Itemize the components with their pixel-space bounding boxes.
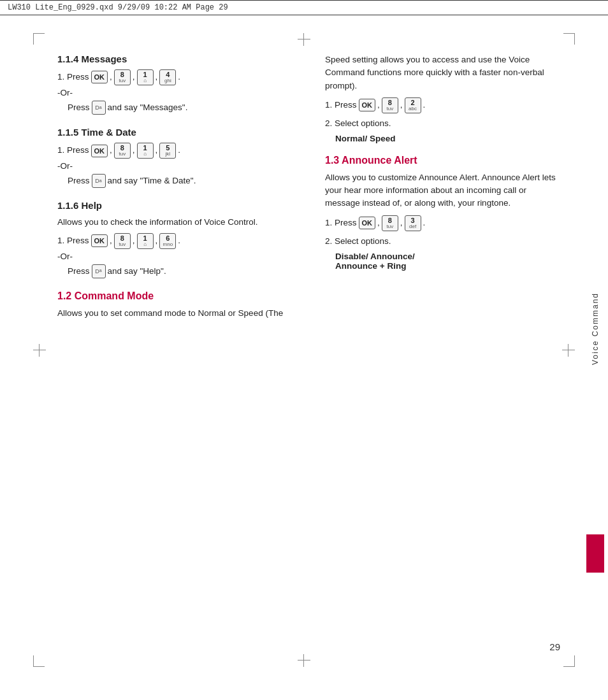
section-115: 1.1.5 Time & Date 1. Press OK , 8tuv , 1… — [57, 127, 287, 189]
section-115-step1: 1. Press OK , 8tuv , 1⌂ , 5jkl . — [57, 143, 287, 159]
corner-mark-tr — [563, 33, 575, 45]
key-ok-114: OK — [91, 71, 108, 83]
section-12-step2: 2. Select options. — [325, 117, 563, 130]
section-116-intro: Allows you to check the information of V… — [57, 216, 287, 229]
key-1-116: 1⌂ — [137, 233, 154, 249]
page-wrapper: LW310 Lite_Eng_0929.qxd 9/29/09 10:22 AM… — [0, 0, 608, 700]
section-12-step1: 1. Press OK , 8tuv , 2abc . — [325, 97, 563, 113]
key-dn-116: Da — [92, 264, 106, 278]
key-2abc-12: 2abc — [405, 97, 421, 113]
section-13-step1: 1. Press OK , 8tuv , 3def . — [325, 215, 563, 231]
section-115-or-press: Press Da and say "Time & Date". — [68, 173, 287, 189]
key-5jkl-115: 5jkl — [159, 143, 176, 159]
key-8tuv-114: 8tuv — [114, 69, 131, 85]
header-bar: LW310 Lite_Eng_0929.qxd 9/29/09 10:22 AM… — [0, 0, 608, 15]
corner-mark-br — [563, 655, 575, 667]
section-116: 1.1.6 Help Allows you to check the infor… — [57, 200, 287, 278]
section-13-step2: 2. Select options. — [325, 235, 563, 248]
section-13-options: Disable/ Announce/Announce + Ring — [335, 252, 563, 271]
crosshair-left — [33, 344, 46, 357]
right-column: Speed setting allows you to access and u… — [319, 54, 563, 331]
section-116-heading: 1.1.6 Help — [57, 200, 287, 211]
section-12-cont: Speed setting allows you to access and u… — [325, 54, 563, 143]
crosshair-bottom — [298, 654, 310, 667]
key-ok-115: OK — [91, 145, 108, 157]
key-8tuv-116: 8tuv — [114, 233, 131, 249]
section-12-intro: Allows you to set command mode to Normal… — [57, 307, 287, 320]
crosshair-right — [562, 344, 575, 357]
key-ok-13: OK — [359, 217, 376, 229]
key-1-114: 1⌂ — [137, 69, 154, 85]
corner-mark-bl — [33, 655, 45, 667]
key-dn-114: Da — [92, 101, 106, 115]
page-number: 29 — [549, 641, 560, 652]
section-12-cont-text: Speed setting allows you to access and u… — [325, 54, 563, 92]
key-3def-13: 3def — [405, 215, 421, 231]
key-8tuv-12: 8tuv — [382, 97, 398, 113]
key-4ghi-114: 4ghi — [159, 69, 176, 85]
section-116-or-press: Press Da and say "Help". — [68, 264, 287, 279]
section-12-heading: 1.2 Command Mode — [57, 290, 287, 302]
key-8tuv-13: 8tuv — [382, 215, 398, 231]
section-114-step1: 1. Press OK , 8tuv , 1⌂ , 4ghi . — [57, 69, 287, 85]
or-line-115: -Or- — [57, 161, 287, 171]
content-area: 1.1.4 Messages 1. Press OK , 8tuv , 1⌂ ,… — [0, 15, 608, 369]
side-label-text: Voice Command — [591, 127, 600, 529]
section-12-options: Normal/ Speed — [335, 134, 563, 143]
key-ok-12: OK — [359, 99, 376, 111]
section-114-heading: 1.1.4 Messages — [57, 54, 287, 64]
corner-mark-tl — [33, 33, 45, 45]
key-8tuv-115: 8tuv — [114, 143, 131, 159]
section-13: 1.3 Announce Alert Allows you to customi… — [325, 155, 563, 271]
or-line-116: -Or- — [57, 252, 287, 261]
header-text: LW310 Lite_Eng_0929.qxd 9/29/09 10:22 AM… — [8, 3, 228, 12]
step1-prefix: 1. Press — [57, 69, 89, 85]
section-12: 1.2 Command Mode Allows you to set comma… — [57, 290, 287, 320]
section-114: 1.1.4 Messages 1. Press OK , 8tuv , 1⌂ ,… — [57, 54, 287, 115]
key-ok-116: OK — [91, 234, 108, 247]
section-13-intro: Allows you to customize Announce Alert. … — [325, 171, 563, 210]
or-line-114: -Or- — [57, 88, 287, 97]
section-114-or-press: Press Da and say "Messages". — [68, 100, 287, 115]
key-dn-115: Da — [92, 174, 106, 188]
side-label-wrapper: Voice Command — [583, 127, 608, 573]
section-13-heading: 1.3 Announce Alert — [325, 155, 563, 166]
left-column: 1.1.4 Messages 1. Press OK , 8tuv , 1⌂ ,… — [57, 54, 300, 331]
key-1-115: 1⌂ — [137, 143, 154, 159]
section-116-step1: 1. Press OK , 8tuv , 1⌂ , 6mno . — [57, 233, 287, 249]
side-label-bar — [586, 534, 604, 573]
section-115-heading: 1.1.5 Time & Date — [57, 127, 287, 138]
key-6mno-116: 6mno — [159, 233, 176, 249]
crosshair-top — [298, 33, 310, 46]
